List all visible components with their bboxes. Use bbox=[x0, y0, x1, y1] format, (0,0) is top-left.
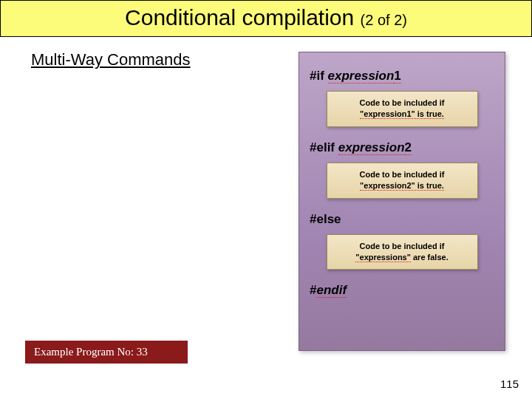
else-keyword: #else bbox=[310, 212, 341, 226]
box-elif-body: Code to be included if "expression2" is … bbox=[327, 163, 478, 199]
page-number: 115 bbox=[500, 378, 519, 390]
directive-if: #if expression1 bbox=[310, 69, 494, 83]
code-panel: #if expression1 Code to be included if "… bbox=[299, 52, 505, 351]
elif-num: 2 bbox=[405, 140, 412, 155]
title-sub: (2 of 2) bbox=[361, 12, 407, 28]
box3-line2b: are false. bbox=[411, 253, 449, 262]
box2-line2: "expression2" is true. bbox=[360, 181, 444, 191]
box-if-body: Code to be included if "expression1" is … bbox=[327, 91, 478, 127]
if-expr: expression bbox=[328, 69, 395, 83]
title-bar: Conditional compilation (2 of 2) bbox=[0, 0, 532, 37]
endif-keyword: endif bbox=[316, 283, 347, 298]
box2-line1: Code to be included if bbox=[332, 169, 473, 180]
title-main: Conditional compilation bbox=[125, 5, 361, 30]
box3-line2a: "expressions" bbox=[355, 253, 411, 262]
elif-expr: expression bbox=[338, 140, 405, 155]
directive-elif: #elif expression2 bbox=[310, 140, 494, 155]
box-else-body: Code to be included if "expressions" are… bbox=[327, 234, 478, 270]
example-badge: Example Program No: 33 bbox=[25, 341, 188, 364]
directive-endif: #endif bbox=[310, 283, 494, 298]
directive-else: #else bbox=[310, 212, 494, 227]
if-keyword: #if bbox=[310, 69, 328, 83]
if-num: 1 bbox=[394, 69, 400, 83]
box3-line1: Code to be included if bbox=[332, 241, 473, 252]
page-title: Conditional compilation (2 of 2) bbox=[1, 5, 531, 30]
box1-line2: "expression1" is true. bbox=[360, 109, 444, 119]
elif-keyword: #elif bbox=[310, 140, 338, 154]
box1-line1: Code to be included if bbox=[332, 98, 473, 109]
